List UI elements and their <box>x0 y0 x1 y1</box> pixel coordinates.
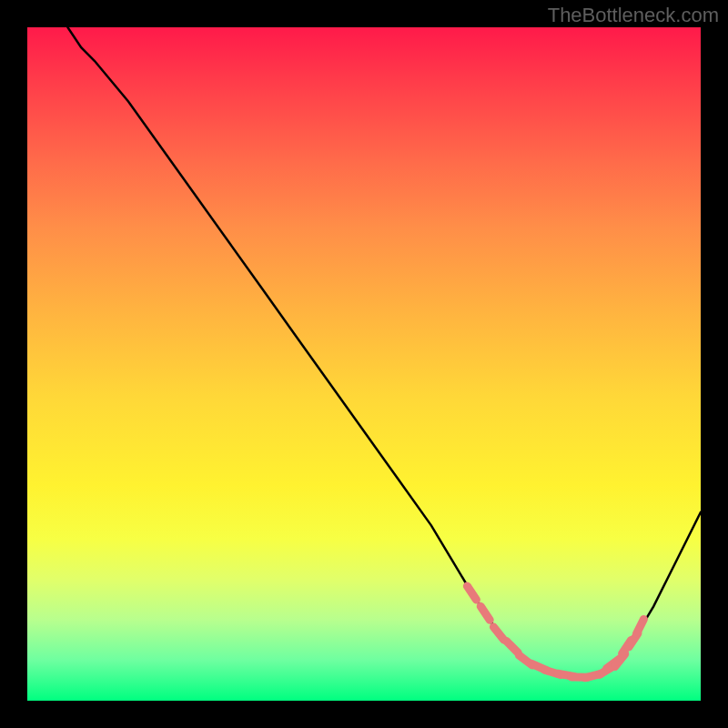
watermark-text: TheBottleneck.com <box>548 4 719 27</box>
marker-dash <box>480 606 490 620</box>
marker-dash <box>467 586 476 600</box>
bottleneck-curve-line <box>67 27 701 677</box>
marker-dash <box>493 627 503 640</box>
marker-dash <box>636 620 643 634</box>
chart-plot-area <box>27 27 701 701</box>
highlighted-markers <box>467 586 643 678</box>
marker-dash <box>506 641 518 652</box>
chart-svg <box>27 27 701 701</box>
